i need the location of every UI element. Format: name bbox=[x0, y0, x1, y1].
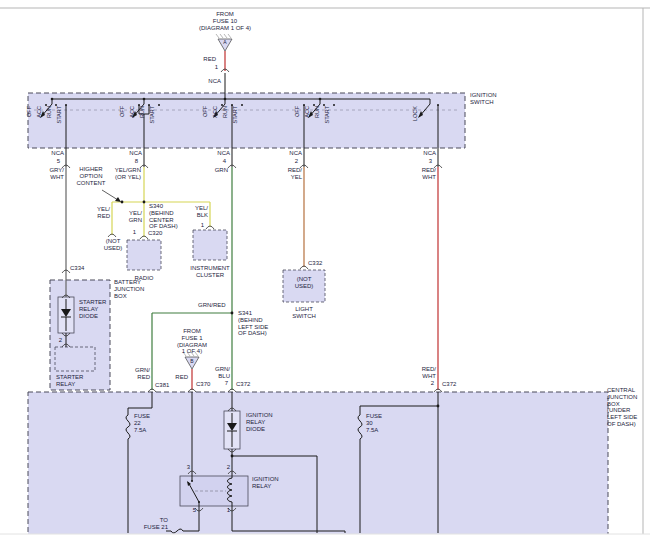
wire-label-grn-red-h: GRN/RED bbox=[198, 302, 230, 309]
nca-pin4: NCA bbox=[210, 150, 230, 157]
splice-s340 bbox=[143, 201, 146, 204]
pin-2-bottom: 2 bbox=[424, 380, 434, 387]
wire-label-grn: GRN bbox=[206, 167, 228, 174]
sw2-pos-acc: ACC bbox=[129, 106, 136, 126]
connector-c370: C370 bbox=[196, 381, 220, 388]
wire-label-red-fuse1: RED bbox=[170, 374, 188, 381]
connector-c334: C334 bbox=[70, 265, 94, 272]
splice-s340-label: S340 (BEHIND CENTER OF DASH) bbox=[149, 203, 183, 230]
nca-pin5: NCA bbox=[44, 150, 64, 157]
wire-label-yel-red: YEL/ RED bbox=[88, 206, 110, 220]
radio-pin-1: 1 bbox=[128, 229, 136, 236]
sw3-pos-start: START bbox=[232, 106, 239, 126]
connector-b-letter: B bbox=[187, 359, 197, 364]
wire-label-red-yel: RED/ YEL bbox=[278, 167, 302, 181]
relay-pin-5: 5 bbox=[188, 507, 196, 514]
sw4-pos-start: START bbox=[324, 106, 331, 126]
central-junction-box bbox=[28, 392, 608, 538]
relay-pin-3: 3 bbox=[180, 464, 190, 471]
relay-pin-2: 2 bbox=[220, 464, 230, 471]
connector-c381: C381 bbox=[155, 382, 179, 389]
pin-3: 3 bbox=[420, 158, 432, 165]
cluster-pin-1: 1 bbox=[196, 222, 204, 229]
pin-5: 5 bbox=[48, 158, 60, 165]
starter-relay-diode-label: STARTER RELAY DIODE bbox=[79, 299, 115, 319]
sw2-pos-run: RUN bbox=[139, 106, 146, 126]
nca-top: NCA bbox=[201, 78, 221, 85]
fuse-30-label: FUSE 30 7.5A bbox=[366, 413, 390, 433]
sw5-pos-lock: LOCK bbox=[412, 106, 419, 126]
higher-option-arrow bbox=[102, 190, 121, 202]
splice-s341-label: S341 (BEHIND LEFT SIDE OF DASH) bbox=[238, 310, 278, 337]
connector-c332: C332 bbox=[308, 260, 332, 267]
sw4-pos-run: RUN bbox=[314, 106, 321, 126]
connector-a-letter: A bbox=[220, 40, 230, 45]
wire-label-yel-grn: YEL/GRN (OR YEL) bbox=[110, 167, 141, 181]
sw3-pos-acc: ACC bbox=[212, 106, 219, 126]
sw3-pos-run: RUN bbox=[222, 106, 229, 126]
wire-label-grn-red-v: GRN/ RED bbox=[128, 367, 150, 381]
ignition-relay-label: IGNITION RELAY bbox=[252, 476, 288, 490]
nca-pin8: NCA bbox=[122, 150, 142, 157]
note-from-fuse1: FROM FUSE 1 (DIAGRAM 1 OF 4) bbox=[170, 328, 214, 355]
ignition-relay-box bbox=[180, 476, 248, 506]
bottom-margin bbox=[0, 534, 650, 545]
starter-relay-box bbox=[55, 347, 95, 371]
wire-label-red-wht-top: RED/ WHT bbox=[412, 167, 436, 181]
ignition-relay-diode-label: IGNITION RELAY DIODE bbox=[246, 412, 280, 432]
fuse-22-label: FUSE 22 7.5A bbox=[134, 413, 158, 433]
not-used-note: (NOT USED) bbox=[98, 238, 128, 252]
nca-pin3: NCA bbox=[416, 150, 436, 157]
wire-label-grn-blu: GRN/ BLU bbox=[208, 366, 230, 380]
sw4-pos-off: OFF bbox=[294, 106, 301, 126]
connector-c372-right: C372 bbox=[442, 381, 466, 388]
battery-junction-box-label: BATTERY JUNCTION BOX bbox=[114, 279, 154, 299]
sw4-pos-acc: ACC bbox=[304, 106, 311, 126]
wire-label-red-top: RED bbox=[196, 56, 216, 63]
wiring-diagram: FROM FUSE 10 (DIAGRAM 1 OF 4) A RED 1 NC… bbox=[0, 0, 650, 545]
note-from-fuse10: FROM FUSE 10 (DIAGRAM 1 OF 4) bbox=[187, 11, 263, 31]
light-switch-not-used: (NOT USED) bbox=[289, 276, 319, 290]
wire-label-red-wht-bottom: RED/ WHT bbox=[412, 366, 436, 380]
instrument-cluster-label: INSTRUMENT CLUSTER bbox=[188, 265, 232, 279]
starter-relay-label: STARTER RELAY bbox=[56, 374, 92, 388]
diagram-artwork bbox=[0, 0, 650, 545]
sw1-pos-acc: ACC bbox=[36, 106, 43, 126]
sw1-pos-run: RUN bbox=[46, 106, 53, 126]
pin-2: 2 bbox=[286, 158, 298, 165]
pin-8: 8 bbox=[126, 158, 138, 165]
instrument-cluster-box bbox=[193, 230, 227, 260]
connector-c372-left: C372 bbox=[236, 381, 260, 388]
connector-c320: C320 bbox=[148, 230, 172, 237]
sw1-pos-off: OFF bbox=[26, 106, 33, 126]
ignition-switch-label: IGNITION SWITCH bbox=[470, 92, 510, 106]
sw2-pos-start: START bbox=[149, 106, 156, 126]
starter-relay-pin-2: 2 bbox=[54, 337, 62, 344]
sw3-pos-off: OFF bbox=[202, 106, 209, 126]
wire-label-gry-wht: GRY/ WHT bbox=[40, 167, 64, 181]
sw2-pos-off: OFF bbox=[119, 106, 126, 126]
sw1-pos-start: START bbox=[56, 106, 63, 126]
pin-4: 4 bbox=[214, 158, 226, 165]
splice-s341 bbox=[231, 312, 234, 315]
ignition-switch-box bbox=[28, 93, 465, 148]
relay-pin-1: 1 bbox=[222, 507, 230, 514]
to-fuse21-note: TO FUSE 21 bbox=[136, 517, 168, 531]
wire-label-yel-blk: YEL/ BLK bbox=[188, 205, 208, 219]
central-junction-box-label: CENTRAL JUNCTION BOX (UNDER LEFT SIDE OF… bbox=[607, 387, 645, 428]
wire-label-yel-grn-mid: YEL/ GRN bbox=[122, 210, 142, 224]
radio-box bbox=[127, 240, 161, 270]
nca-pin2: NCA bbox=[282, 150, 302, 157]
light-switch-label: LIGHT SWITCH bbox=[284, 306, 324, 320]
higher-option-note: HIGHER OPTION CONTENT bbox=[72, 166, 110, 186]
pin-1-top: 1 bbox=[206, 64, 218, 71]
